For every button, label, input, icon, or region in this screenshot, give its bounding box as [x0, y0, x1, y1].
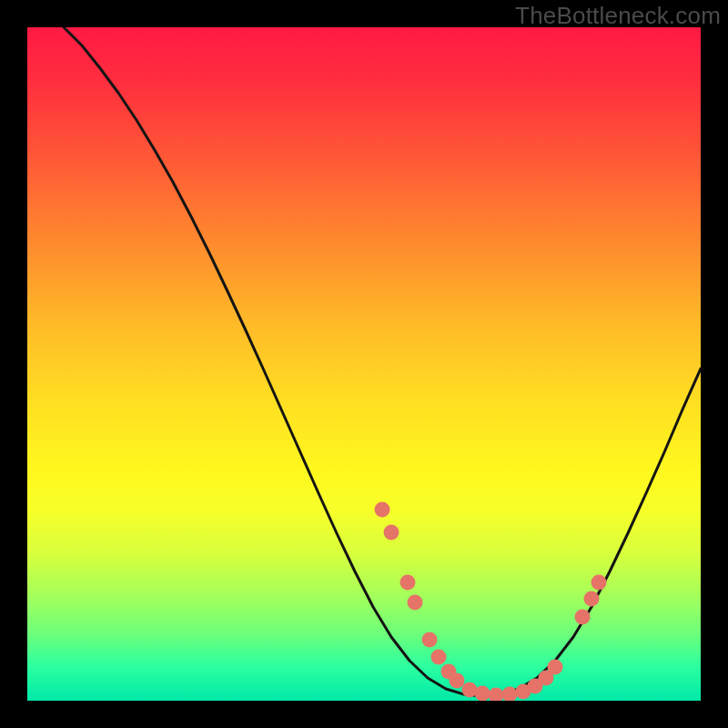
data-dot [422, 632, 438, 648]
data-dot [431, 650, 447, 665]
data-dot [592, 575, 607, 591]
data-dot [400, 575, 416, 591]
data-dot [475, 686, 490, 702]
data-dot [489, 688, 504, 702]
data-dot [584, 592, 600, 607]
data-dot [408, 595, 423, 611]
chart-svg [27, 27, 701, 701]
curve-line [64, 27, 701, 696]
data-dot [548, 660, 563, 675]
data-dot [450, 673, 465, 689]
data-dots [375, 502, 607, 702]
data-dot [375, 502, 390, 518]
data-dot [384, 525, 399, 541]
watermark-text: TheBottleneck.com [515, 2, 721, 30]
data-dot [575, 610, 591, 625]
